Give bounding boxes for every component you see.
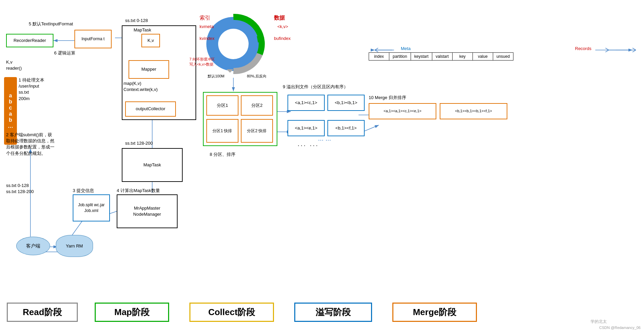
label-index: 索引 — [200, 14, 210, 22]
partition1-sort-box: 分区1 快排 — [206, 119, 238, 143]
svg-line-35 — [632, 50, 636, 52]
stage-collect-box: Collect阶段 — [189, 303, 274, 322]
diagram-container: ··· ··· 5 默认TextInputFormat 6 逻辑运算 K,vre… — [0, 0, 644, 332]
mrappmaster-label: MrAppMaster — [134, 206, 160, 211]
label-step3: 3 提交信息 — [73, 188, 94, 194]
output-collector-label: outputCollector — [136, 106, 165, 112]
partition2-sort-box: 分区2 快排 — [241, 119, 273, 143]
stage-collect-label: Collect阶段 — [208, 306, 255, 318]
yarn-cloud: Yarn RM — [56, 235, 93, 257]
partition2-box: 分区2 — [241, 95, 273, 116]
label-data: 数据 — [274, 14, 285, 22]
meta-arrows-svg — [0, 0, 644, 332]
label-sstxt2: ss.txt 128-200 — [125, 140, 153, 146]
col-keystart: keystart — [411, 53, 432, 61]
meta-records-table: index partition keystart valstart key va… — [369, 52, 513, 61]
partition2-sort-label: 分区2 快排 — [247, 128, 267, 134]
svg-line-32 — [375, 50, 378, 52]
label-step2: 2 客户端submit()前，获取待处理数据的信息，然后根据参数配置，形成一个任… — [6, 132, 74, 157]
jobsplit-label: Job.split wc.jar Job.xml — [73, 202, 109, 214]
stage-merge-box: Merge阶段 — [392, 303, 477, 322]
merge2-label: <b,1><b,1><b,1><f,1> — [455, 109, 492, 114]
svg-line-34 — [632, 48, 636, 50]
merge1-box: <a,1><a,1><c,1><e,1> — [369, 103, 436, 119]
mapper-box: Mapper — [129, 60, 169, 79]
inputformat-label: InputForma t — [82, 36, 105, 42]
label-step6: 6 逻辑运算 — [54, 50, 75, 56]
label-kvindex: kvindex — [200, 35, 214, 42]
spill2-label: <b,1><b,1> — [335, 100, 358, 106]
stage-read-label: Read阶段 — [23, 306, 62, 318]
spill1-label: <a,1><c,1> — [295, 100, 317, 106]
client-ellipse: 客户端 — [16, 237, 50, 255]
spill4-label: <b,1><f,1> — [336, 125, 357, 131]
label-kv: <k,v> — [277, 24, 288, 30]
label-step7: 7 向环形缓冲区写入<k,v>数据 — [189, 57, 230, 67]
col-key: key — [452, 53, 473, 61]
col-value: value — [473, 53, 493, 61]
spill1-box: <a,1><c,1> — [288, 95, 325, 111]
label-step5: 5 默认TextInputFormat — [29, 21, 73, 27]
inputformat-box: InputForma t — [74, 30, 112, 48]
maptask2-outer: MapTask — [122, 148, 183, 182]
label-step1: 1 待处理文本/user/inputss.txt200m — [19, 77, 59, 102]
col-partition: partition — [389, 53, 411, 61]
stage-merge-label: Merge阶段 — [413, 306, 457, 318]
col-unsued: unsued — [493, 53, 513, 61]
label-dots: ··· ··· — [298, 141, 319, 150]
svg-line-31 — [375, 48, 378, 50]
spill4-box: <b,1><f,1> — [327, 120, 365, 136]
label-meta: Meta — [401, 46, 411, 52]
label-sstxt-list: ss.txt 0-128ss.txt 128-200 — [6, 183, 34, 195]
col-index: index — [369, 53, 389, 61]
label-records: Records — [575, 46, 591, 52]
watermark2: 学的北太 — [591, 319, 607, 325]
label-100m: 默认100M — [208, 74, 225, 79]
kv-box: K,v — [141, 34, 160, 47]
label-step4: 4 计算出MapTask数量 — [117, 188, 160, 194]
svg-point-27 — [218, 29, 249, 59]
label-sstxt1: ss.txt 0-128 — [125, 18, 148, 24]
yarn-label: Yarn RM — [66, 243, 83, 248]
merge1-label: <a,1><a,1><c,1><e,1> — [384, 109, 421, 114]
spill3-box: <a,1><e,1> — [288, 120, 325, 136]
kv-label: K,v — [147, 38, 154, 44]
partition1-box: 分区1 — [206, 95, 238, 116]
spill2-box: <b,1><b,1> — [327, 95, 365, 111]
partition2-label: 分区2 — [251, 102, 262, 109]
label-step9: 9 溢出到文件（分区且区内有序） — [283, 84, 348, 90]
maptask1-label: MapTask — [134, 27, 151, 33]
label-step10: 10 Merge 归并排序 — [369, 95, 406, 101]
partition1-sort-label: 分区1 快排 — [212, 128, 232, 134]
client-label: 客户端 — [26, 243, 40, 249]
stage-spill-label: 溢写阶段 — [316, 306, 351, 318]
svg-line-37 — [605, 50, 609, 52]
label-bufindex: bufindex — [274, 35, 291, 42]
watermark: CSDN @Redamancy_06 — [599, 325, 641, 330]
svg-marker-29 — [227, 69, 233, 73]
arrows-svg: ··· ··· — [0, 0, 644, 332]
mapper-label: Mapper — [141, 66, 156, 72]
merge2-box: <b,1><b,1><b,1><f,1> — [440, 103, 507, 119]
mrappmaster-box: MrAppMaster NodeManager — [117, 194, 178, 228]
label-kv-reader: K,vreader() — [6, 59, 22, 71]
partition1-label: 分区1 — [217, 102, 228, 109]
recorder-reader-box: RecorderReader — [6, 34, 53, 47]
recorder-reader-label: RecorderReader — [14, 38, 46, 44]
output-collector-box: outputCollector — [125, 101, 176, 117]
stage-map-box: Map阶段 — [95, 303, 169, 322]
label-80pct: 80%,后反向 — [247, 74, 267, 79]
label-kvmeta: kvmeta — [200, 24, 214, 30]
spill3-label: <a,1><e,1> — [295, 125, 318, 131]
nodemanager-label: NodeManager — [133, 212, 161, 217]
stage-spill-box: 溢写阶段 — [294, 303, 372, 322]
label-step8: 8 分区、排序 — [210, 151, 235, 158]
maptask2-label: MapTask — [143, 162, 161, 168]
svg-line-36 — [605, 48, 609, 50]
stage-map-label: Map阶段 — [114, 306, 150, 318]
label-mapkv: map(K,v)Context.write(k,v) — [123, 80, 158, 93]
col-valstart: valstart — [432, 53, 452, 61]
svg-text:···  ···: ··· ··· — [318, 136, 331, 143]
stage-read-box: Read阶段 — [7, 303, 78, 322]
jobsplit-box: Job.split wc.jar Job.xml — [73, 194, 110, 221]
